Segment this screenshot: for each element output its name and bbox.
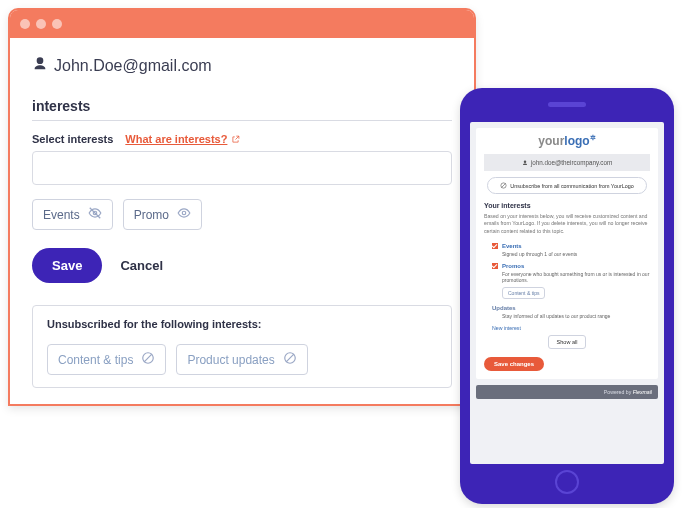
mobile-updates-sub: Stay informed of all updates to our prod… — [502, 313, 650, 319]
mobile-updates-title: Updates — [492, 305, 516, 311]
external-link-icon — [231, 135, 240, 144]
chip-content-tips[interactable]: Content & tips — [47, 344, 166, 375]
unsubscribed-box: Unsubscribed for the following interests… — [32, 305, 452, 388]
mobile-promos-title: Promos — [502, 263, 524, 269]
user-icon — [32, 56, 48, 76]
chip-label: Product updates — [187, 353, 274, 367]
mobile-interests-desc: Based on your interests below, you will … — [484, 213, 650, 235]
section-title-interests: interests — [32, 98, 452, 114]
user-icon — [522, 160, 528, 166]
chip-label: Promo — [134, 208, 169, 222]
svg-line-6 — [286, 354, 294, 362]
phone-home-button — [555, 470, 579, 494]
phone-speaker — [548, 102, 586, 107]
mobile-unsubscribe-all[interactable]: Unsubscribe from all communication from … — [487, 177, 647, 194]
window-control-dot — [20, 19, 30, 29]
mobile-email: john.doe@theircompany.com — [531, 159, 613, 166]
chip-promo[interactable]: Promo — [123, 199, 202, 230]
mobile-events-title: Events — [502, 243, 522, 249]
mobile-logo: yourlogo✲ — [484, 134, 650, 148]
mobile-interest-promos[interactable]: Promos For everyone who bought something… — [484, 263, 650, 299]
interests-input[interactable] — [32, 151, 452, 185]
logo-star-icon: ✲ — [590, 134, 596, 141]
ban-icon[interactable] — [141, 351, 155, 368]
mobile-save-button[interactable]: Save changes — [484, 357, 544, 371]
mobile-screen: yourlogo✲ john.doe@theircompany.com Unsu… — [470, 122, 664, 464]
svg-line-8 — [502, 183, 506, 187]
window-control-dot — [36, 19, 46, 29]
mobile-show-all-button[interactable]: Show all — [548, 335, 587, 349]
mobile-interests-title: Your interests — [484, 202, 650, 209]
chip-label: Events — [43, 208, 80, 222]
mobile-unsub-text: Unsubscribe from all communication from … — [510, 183, 633, 189]
help-link-interests[interactable]: What are interests? — [125, 133, 240, 145]
logo-your: your — [538, 134, 564, 148]
mobile-events-sub: Signed up through 1 of our events — [502, 251, 650, 257]
user-email-row: John.Doe@gmail.com — [32, 56, 452, 76]
mobile-new-interest-link[interactable]: New interest — [484, 325, 650, 331]
mobile-preview-frame: yourlogo✲ john.doe@theircompany.com Unsu… — [460, 88, 674, 504]
checkbox-checked-icon[interactable] — [492, 263, 498, 269]
powered-by-brand: Flexmail — [633, 389, 652, 395]
mobile-interest-events[interactable]: Events Signed up through 1 of our events — [484, 243, 650, 257]
unsubscribed-title: Unsubscribed for the following interests… — [47, 318, 437, 330]
mobile-interest-updates[interactable]: Updates Stay informed of all updates to … — [484, 305, 650, 319]
svg-point-2 — [182, 211, 186, 215]
ban-icon — [500, 182, 507, 189]
mobile-email-bar: john.doe@theircompany.com — [484, 154, 650, 171]
window-titlebar — [10, 10, 474, 38]
mobile-footer: Powered by Flexmail — [476, 385, 658, 399]
select-interests-label: Select interests — [32, 133, 113, 145]
chip-events[interactable]: Events — [32, 199, 113, 230]
user-email: John.Doe@gmail.com — [54, 57, 212, 75]
save-button[interactable]: Save — [32, 248, 102, 283]
eye-off-icon[interactable] — [88, 206, 102, 223]
window-control-dot — [52, 19, 62, 29]
chip-label: Content & tips — [58, 353, 133, 367]
eye-icon[interactable] — [177, 206, 191, 223]
chip-product-updates[interactable]: Product updates — [176, 344, 307, 375]
help-link-text: What are interests? — [125, 133, 227, 145]
divider — [32, 120, 452, 121]
svg-line-4 — [144, 354, 152, 362]
desktop-window: John.Doe@gmail.com interests Select inte… — [8, 8, 476, 406]
powered-by-label: Powered by — [604, 389, 631, 395]
logo-logo: logo — [564, 134, 589, 148]
ban-icon[interactable] — [283, 351, 297, 368]
mobile-promos-sub: For everyone who bought something from u… — [502, 271, 650, 283]
active-chips-row: Events Promo — [32, 199, 452, 230]
cancel-button[interactable]: Cancel — [120, 258, 163, 273]
mobile-content-tag[interactable]: Content & tips — [502, 287, 545, 299]
checkbox-checked-icon[interactable] — [492, 243, 498, 249]
